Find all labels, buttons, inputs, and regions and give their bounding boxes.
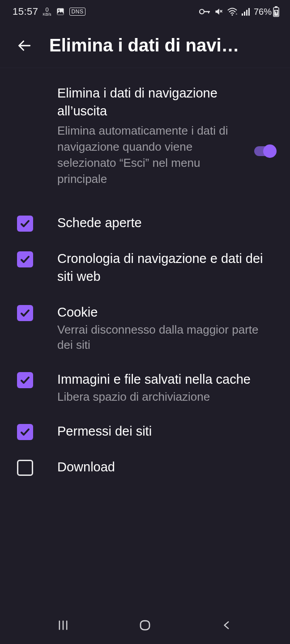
master-toggle-title: Elimina i dati di navigazione all’uscita [57, 84, 238, 120]
master-toggle-subtitle: Elimina automaticamente i dati di naviga… [57, 123, 238, 187]
nav-home-button[interactable] [134, 614, 156, 636]
status-left: 15:57 0 KB/s DNS [13, 6, 85, 17]
dns-badge: DNS [69, 8, 86, 16]
status-time: 15:57 [13, 6, 38, 17]
status-network-speed: 0 KB/s [43, 7, 51, 17]
option-cache[interactable]: Immagini e file salvati nella cache Libe… [13, 361, 277, 413]
svg-rect-9 [242, 13, 243, 16]
check-icon [20, 427, 30, 437]
master-toggle-text: Elimina i dati di navigazione all’uscita… [57, 84, 243, 187]
option-title: Permessi dei siti [57, 422, 277, 440]
checkbox-history[interactable] [17, 251, 33, 267]
signal-icon [241, 7, 250, 16]
svg-point-1 [58, 9, 60, 11]
option-subtitle: Libera spazio di archiviazione [57, 389, 277, 404]
option-text: Schede aperte [57, 214, 277, 232]
option-subtitle: Verrai disconnesso dalla maggior parte d… [57, 322, 277, 352]
system-nav-bar [0, 613, 290, 644]
option-history[interactable]: Cronologia di navigazione e dati dei sit… [13, 241, 277, 294]
svg-rect-10 [244, 12, 245, 16]
svg-rect-12 [248, 8, 250, 16]
svg-point-2 [200, 9, 204, 14]
check-icon [20, 218, 30, 229]
content-area: Elimina i dati di navigazione all’uscita… [0, 68, 290, 485]
check-icon [20, 254, 30, 265]
checkbox-site-perms[interactable] [17, 424, 33, 440]
option-site-perms[interactable]: Permessi dei siti [13, 413, 277, 449]
option-title: Immagini e file salvati nella cache [57, 370, 277, 388]
app-bar: Elimina i dati di navi… [0, 23, 290, 68]
switch-thumb [263, 144, 277, 158]
option-title: Cookie [57, 303, 277, 321]
option-downloads[interactable]: Download [13, 449, 277, 485]
option-text: Cronologia di navigazione e dati dei sit… [57, 250, 277, 285]
option-open-tabs[interactable]: Schede aperte [13, 205, 277, 241]
option-cookies[interactable]: Cookie Verrai disconnesso dalla maggior … [13, 294, 277, 361]
battery-status: 76% [254, 6, 279, 17]
option-title: Schede aperte [57, 214, 277, 232]
checkbox-cache[interactable] [17, 372, 33, 388]
nav-back-button[interactable] [216, 614, 238, 636]
checkbox-cookies[interactable] [17, 305, 33, 321]
option-text: Cookie Verrai disconnesso dalla maggior … [57, 303, 277, 352]
arrow-left-icon [17, 38, 32, 53]
master-toggle-switch[interactable] [252, 145, 277, 157]
checkbox-downloads[interactable] [17, 460, 33, 476]
page-title: Elimina i dati di navi… [49, 35, 285, 55]
back-button[interactable] [13, 35, 35, 56]
option-text: Download [57, 458, 277, 476]
volume-mute-icon [214, 7, 223, 16]
svg-point-7 [231, 14, 233, 16]
svg-rect-20 [141, 621, 149, 630]
status-right: + 76% [199, 6, 279, 17]
status-bar: 15:57 0 KB/s DNS [0, 0, 290, 23]
svg-rect-11 [246, 10, 247, 16]
check-icon [20, 308, 30, 318]
checkbox-open-tabs[interactable] [17, 216, 33, 232]
option-title: Cronologia di navigazione e dati dei sit… [57, 250, 277, 285]
option-text: Immagini e file salvati nella cache Libe… [57, 370, 277, 404]
master-toggle-row[interactable]: Elimina i dati di navigazione all’uscita… [13, 84, 277, 205]
check-icon [20, 375, 30, 386]
option-text: Permessi dei siti [57, 422, 277, 440]
nav-recents-button[interactable] [52, 614, 74, 636]
option-title: Download [57, 458, 277, 476]
recents-icon [57, 619, 69, 631]
vpn-key-icon [199, 7, 211, 16]
svg-rect-4 [208, 11, 209, 13]
wifi-icon: + [227, 7, 238, 16]
picture-icon [56, 7, 65, 16]
chevron-left-icon [221, 619, 233, 631]
home-icon [138, 619, 152, 632]
svg-text:+: + [235, 12, 238, 16]
